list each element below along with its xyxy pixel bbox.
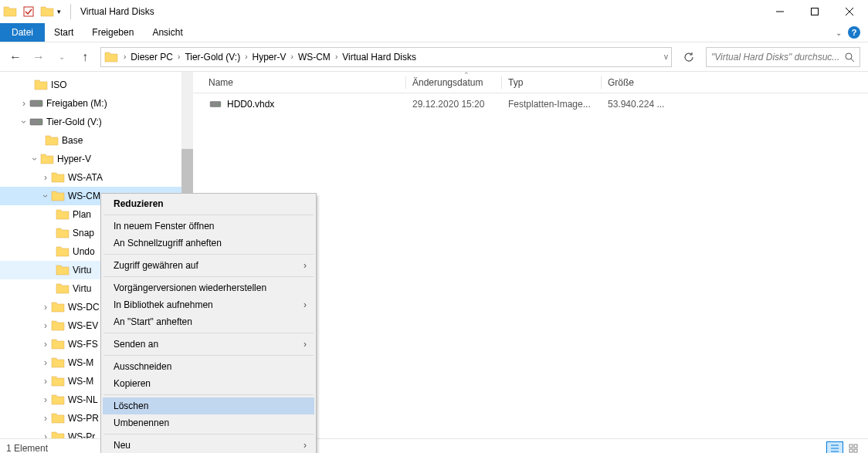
crumb-wscm[interactable]: WS-CM xyxy=(296,52,333,63)
svg-rect-13 xyxy=(854,445,857,448)
breadcrumb[interactable]: › Dieser PC › Tier-Gold (V:) › Hyper-V ›… xyxy=(100,47,672,67)
svg-rect-2 xyxy=(24,7,33,16)
cm-schnellzugriff[interactable]: An Schnellzugriff anheften xyxy=(103,235,314,252)
status-count: 1 Element xyxy=(6,443,48,453)
crumb-pc[interactable]: Dieser PC xyxy=(128,52,175,63)
svg-rect-15 xyxy=(854,449,857,452)
nav-up-button[interactable]: ↑ xyxy=(77,50,93,64)
col-header-name[interactable]: Name xyxy=(209,77,405,88)
window-title: Virtual Hard Disks xyxy=(80,6,154,17)
search-placeholder: "Virtual Hard Disks" durchsuc... xyxy=(711,52,844,63)
view-details-button[interactable] xyxy=(826,441,843,453)
context-menu: Reduzieren In neuem Fenster öffnen An Sc… xyxy=(100,193,317,453)
nav-forward-button[interactable]: → xyxy=(31,50,46,64)
col-header-date[interactable]: Änderungsdatum xyxy=(412,77,501,88)
ribbon-chevron-icon[interactable]: ⌄ xyxy=(836,29,842,37)
crumb-vhd[interactable]: Virtual Hard Disks xyxy=(340,52,419,63)
svg-rect-14 xyxy=(849,449,853,452)
checkbox-icon[interactable] xyxy=(22,5,36,19)
help-icon[interactable]: ? xyxy=(848,26,860,39)
search-icon xyxy=(844,52,855,63)
svg-rect-4 xyxy=(811,8,818,15)
cm-loeschen[interactable]: Löschen xyxy=(103,397,314,414)
tree-item-freigaben[interactable]: ›Freigaben (M:) xyxy=(0,94,193,113)
folder-icon xyxy=(104,50,118,64)
svg-point-7 xyxy=(846,53,852,59)
svg-rect-12 xyxy=(849,445,853,448)
cm-vorgaenger[interactable]: Vorgängerversionen wiederherstellen xyxy=(103,279,314,296)
chevron-down-icon[interactable]: ▾ xyxy=(57,8,65,15)
cm-neu[interactable]: Neu› xyxy=(103,437,314,453)
expand-toggle[interactable]: › xyxy=(19,98,29,109)
cm-reduzieren[interactable]: Reduzieren xyxy=(103,195,314,212)
tree-item-hyperv[interactable]: ›Hyper-V xyxy=(0,150,193,168)
tree-item-base[interactable]: Base xyxy=(0,131,193,150)
scrollbar-thumb[interactable] xyxy=(181,149,193,195)
column-headers: ⌃ Name Änderungsdatum Typ Größe xyxy=(193,72,868,93)
cm-umbenennen[interactable]: Umbenennen xyxy=(103,414,314,431)
cm-zugriff[interactable]: Zugriff gewähren auf› xyxy=(103,257,314,274)
maximize-button[interactable] xyxy=(797,0,832,23)
crumb-drive[interactable]: Tier-Gold (V:) xyxy=(182,52,242,63)
submenu-arrow-icon: › xyxy=(303,260,307,271)
nav-history-chevron[interactable]: ⌄ xyxy=(54,52,70,61)
file-size: 53.940.224 ... xyxy=(608,99,685,110)
breadcrumb-dropdown[interactable]: v xyxy=(664,52,668,61)
svg-line-8 xyxy=(851,59,854,62)
menubar: Datei Start Freigeben Ansicht ⌄ ? xyxy=(0,23,868,42)
menu-freigeben[interactable]: Freigeben xyxy=(83,23,143,42)
cm-ausschneiden[interactable]: Ausschneiden xyxy=(103,358,314,375)
file-row[interactable]: HDD0.vhdx 29.12.2020 15:20 Festplatten-I… xyxy=(193,93,868,115)
menu-ansicht[interactable]: Ansicht xyxy=(143,23,192,42)
collapse-toggle[interactable]: › xyxy=(19,117,29,127)
col-header-type[interactable]: Typ xyxy=(508,77,601,88)
menu-datei[interactable]: Datei xyxy=(0,23,45,42)
addressbar: ← → ⌄ ↑ › Dieser PC › Tier-Gold (V:) › H… xyxy=(0,42,868,72)
view-icons-button[interactable] xyxy=(845,441,862,453)
nav-back-button[interactable]: ← xyxy=(8,50,23,64)
crumb-hyperv[interactable]: Hyper-V xyxy=(250,52,289,63)
tree-item-tiergold[interactable]: ›Tier-Gold (V:) xyxy=(0,113,193,131)
menu-start[interactable]: Start xyxy=(45,23,83,42)
sort-indicator-icon: ⌃ xyxy=(463,71,470,79)
crumb-sep[interactable]: › xyxy=(121,52,128,61)
submenu-arrow-icon: › xyxy=(303,339,307,350)
folder-icon[interactable] xyxy=(3,5,17,19)
cm-kopieren[interactable]: Kopieren xyxy=(103,375,314,392)
refresh-button[interactable] xyxy=(680,52,698,63)
search-input[interactable]: "Virtual Hard Disks" durchsuc... xyxy=(706,47,860,67)
cm-sendenan[interactable]: Senden an› xyxy=(103,336,314,353)
file-name: HDD0.vhdx xyxy=(227,99,274,110)
file-type: Festplatten-Image... xyxy=(508,99,601,110)
submenu-arrow-icon: › xyxy=(303,299,307,310)
col-header-size[interactable]: Größe xyxy=(608,77,685,88)
titlebar: ▾ Virtual Hard Disks xyxy=(0,0,868,23)
submenu-arrow-icon: › xyxy=(303,440,307,451)
collapse-toggle[interactable]: › xyxy=(29,154,40,164)
cm-neufenster[interactable]: In neuem Fenster öffnen xyxy=(103,218,314,235)
minimize-button[interactable] xyxy=(762,0,797,23)
tree-item-iso[interactable]: ISO xyxy=(0,76,193,94)
file-date: 29.12.2020 15:20 xyxy=(412,99,501,110)
disk-icon xyxy=(209,100,222,109)
cm-bibliothek[interactable]: In Bibliothek aufnehmen› xyxy=(103,296,314,313)
folder-open-icon[interactable] xyxy=(40,5,54,19)
tree-item-wsata[interactable]: ›WS-ATA xyxy=(0,168,193,187)
close-button[interactable] xyxy=(832,0,866,23)
cm-startanheften[interactable]: An "Start" anheften xyxy=(103,313,314,330)
